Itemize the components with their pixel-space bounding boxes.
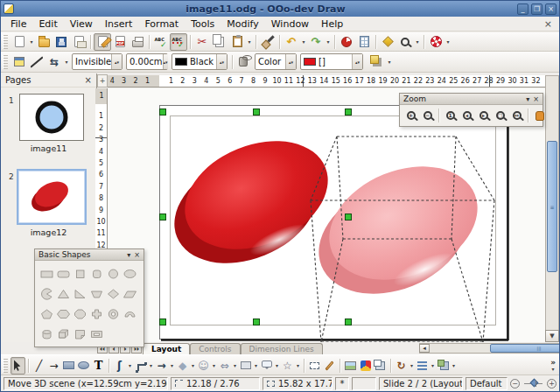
text-icon[interactable]: T <box>91 357 106 374</box>
scroll-left-button[interactable]: ◂ <box>419 344 430 353</box>
standard-overflow-dropdown[interactable]: ▾ <box>444 33 452 51</box>
export-pdf-icon[interactable] <box>111 33 129 51</box>
shape-trapezoid-icon[interactable] <box>88 284 105 304</box>
horizontal-scrollbar[interactable]: ◂ ||| ▸ <box>419 343 560 354</box>
shape-octagon-icon[interactable] <box>72 304 88 324</box>
shape-cross-icon[interactable] <box>88 304 105 324</box>
shape-ellipse-icon[interactable] <box>122 263 138 284</box>
undo-icon[interactable]: ↶ <box>283 33 300 51</box>
pan-hand-icon[interactable] <box>531 108 548 124</box>
gallery-icon[interactable] <box>358 357 373 374</box>
undo-dropdown[interactable]: ▾ <box>300 33 307 51</box>
zoom-100-icon[interactable]: 1 <box>442 108 458 124</box>
auto-spellcheck-icon[interactable] <box>170 33 187 51</box>
menu-modify[interactable]: Modify <box>220 18 264 31</box>
line-icon[interactable]: ╱ <box>32 357 46 374</box>
shape-circle-pie-icon[interactable] <box>38 284 55 304</box>
zoom-previous-icon[interactable]: ◂ <box>458 108 475 124</box>
shape-parallelogram-icon[interactable] <box>122 284 138 304</box>
vertical-scroll-thumb[interactable]: ≡ <box>547 141 557 272</box>
tab-dimension-lines[interactable]: Dimension Lines <box>241 343 323 354</box>
insert-frame-icon[interactable] <box>373 357 388 374</box>
menu-file[interactable]: File <box>4 18 32 31</box>
flowchart-dropdown[interactable]: ▾ <box>253 357 259 374</box>
shape-hexagon-icon[interactable] <box>55 304 72 324</box>
zoom-page-width-icon[interactable]: ↔ <box>508 108 525 124</box>
format-paintbrush-icon[interactable] <box>259 33 276 51</box>
zoom-page-icon[interactable]: □ <box>492 108 508 124</box>
shape-rounded-rectangle-icon[interactable] <box>55 263 72 284</box>
close-icon[interactable]: × <box>533 95 539 103</box>
scroll-down-button[interactable]: ▼ <box>545 330 559 342</box>
spin-buttons[interactable]: ▴▾ <box>216 54 227 69</box>
fill-style-select[interactable]: Color ▴▾ <box>255 53 297 70</box>
shape-rectangle-icon[interactable] <box>38 263 55 284</box>
palette-menu-icon[interactable]: ▾ <box>526 95 529 103</box>
close-button[interactable]: × <box>545 4 556 15</box>
ruler-origin-box[interactable]: + <box>97 74 108 88</box>
paste-icon[interactable] <box>228 33 246 51</box>
zoom-plus-icon[interactable]: + <box>547 379 556 388</box>
spin-buttons[interactable]: ▴▾ <box>352 54 362 69</box>
basic-shapes-dropdown[interactable]: ▾ <box>190 357 196 374</box>
styles-formatting-icon[interactable] <box>10 53 28 71</box>
callouts-dropdown[interactable]: ▾ <box>274 357 280 374</box>
menu-tools[interactable]: Tools <box>185 18 220 31</box>
status-slide[interactable]: Slide 2 / 2 (Layout) <box>379 377 463 390</box>
redo-icon[interactable]: ↷ <box>307 33 325 51</box>
zoom-minus-icon[interactable]: − <box>510 379 520 388</box>
save-icon[interactable] <box>52 33 70 51</box>
toolbar-grip[interactable] <box>3 55 8 69</box>
arrow-style-icon[interactable]: ⇆ <box>46 53 63 71</box>
spin-buttons[interactable]: ▴▾ <box>163 54 168 69</box>
shape-cylinder-icon[interactable] <box>38 324 55 344</box>
copy-icon[interactable] <box>211 33 228 51</box>
insert-picture-icon[interactable] <box>343 357 358 374</box>
lines-arrows-dropdown[interactable]: ▾ <box>169 357 175 374</box>
close-icon[interactable]: × <box>134 251 140 259</box>
edit-file-icon[interactable] <box>94 33 111 51</box>
spellcheck-icon[interactable] <box>152 33 170 51</box>
shape-pentagon-icon[interactable] <box>38 304 55 324</box>
spreadsheet-icon[interactable] <box>355 33 373 51</box>
menu-format[interactable]: Format <box>138 18 185 31</box>
chart-icon[interactable] <box>338 33 355 51</box>
horizontal-ruler[interactable]: 4321123456789101112131415161718192021222… <box>108 75 545 88</box>
fill-color-select[interactable]: [] ▴▾ <box>300 53 363 70</box>
spin-buttons[interactable]: ▴▾ <box>285 54 296 69</box>
zoom-dropdown[interactable]: ▾ <box>414 33 421 51</box>
zoom-out-icon[interactable]: − <box>419 108 436 124</box>
toolbar-more-dropdown[interactable]: ▾ <box>552 366 555 372</box>
page-thumbnail-1[interactable] <box>19 94 84 141</box>
curve-dropdown[interactable]: ▾ <box>127 357 133 374</box>
edit-points-icon[interactable] <box>307 357 322 374</box>
flowchart-icon[interactable] <box>238 357 253 374</box>
redo-dropdown[interactable]: ▾ <box>325 33 332 51</box>
toolbar-grip[interactable] <box>3 35 8 49</box>
tab-controls[interactable]: Controls <box>190 343 240 354</box>
line-style-select[interactable]: Invisible ▴▾ <box>72 53 122 70</box>
stars-icon[interactable]: ☆ <box>280 357 295 374</box>
menu-view[interactable]: View <box>64 18 99 31</box>
palette-menu-icon[interactable]: ▾ <box>127 251 130 259</box>
close-icon[interactable]: × <box>85 75 92 85</box>
pages-panel-header[interactable]: Pages × <box>1 74 96 88</box>
tab-layout[interactable]: Layout <box>143 343 190 354</box>
rectangle-icon[interactable] <box>61 357 76 374</box>
menu-insert[interactable]: Insert <box>99 18 139 31</box>
shape-frame-icon[interactable] <box>88 324 105 344</box>
rotate-dropdown[interactable]: ▾ <box>409 357 415 374</box>
alignment-icon[interactable] <box>415 357 430 374</box>
horizontal-scroll-thumb[interactable]: ||| <box>490 344 560 353</box>
shape-folded-corner-icon[interactable] <box>72 324 88 344</box>
shape-square-icon[interactable] <box>72 263 88 284</box>
page-label[interactable]: image11 <box>1 144 96 153</box>
basic-shapes-icon[interactable]: ◆ <box>175 357 190 374</box>
shape-block-arc-icon[interactable] <box>122 304 138 324</box>
zoom-slider[interactable]: − + <box>510 377 556 390</box>
print-icon[interactable] <box>129 33 146 51</box>
block-arrows-dropdown[interactable]: ▾ <box>232 357 238 374</box>
line-width-input[interactable]: 0.00cm ▴▾ <box>126 53 168 70</box>
symbol-shapes-icon[interactable]: ☺ <box>196 357 211 374</box>
area-dialog-icon[interactable] <box>235 53 253 71</box>
